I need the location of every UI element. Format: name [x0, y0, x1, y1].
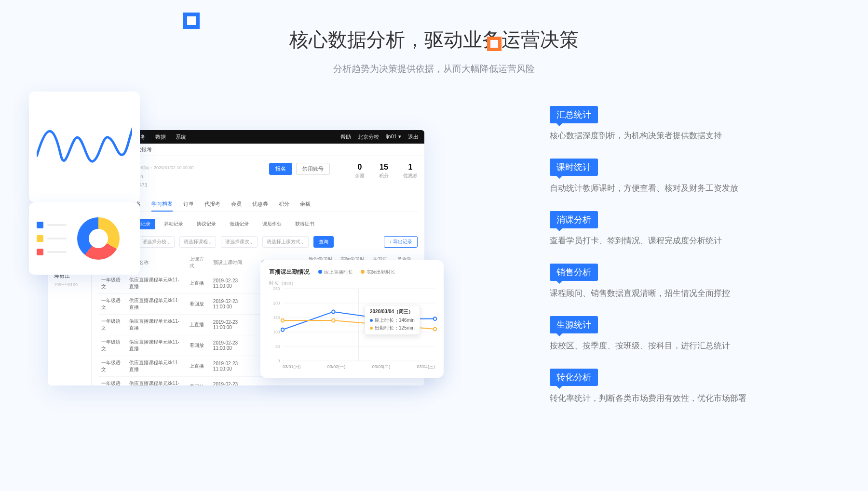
hero-title: 核心数据分析，驱动业务运营决策	[289, 27, 579, 53]
nav-item[interactable]: 数据	[155, 133, 166, 141]
feature-desc: 核心数据深度剖析，为机构决策者提供数据支持	[550, 130, 805, 141]
x-tick: 03/03(二)	[372, 364, 391, 370]
donut-chart-icon	[77, 217, 120, 260]
subtab-item[interactable]: 异动记录	[159, 219, 188, 229]
legend-swatch-yellow	[37, 235, 43, 242]
query-button[interactable]: 查询	[313, 236, 334, 248]
svg-point-18	[332, 319, 335, 322]
tab-item[interactable]: 会员	[231, 198, 242, 212]
legend-swatch-blue	[37, 222, 43, 228]
tab-item[interactable]: 积分	[279, 198, 289, 212]
filter-class[interactable]: 请选择课程	[179, 236, 216, 248]
line-chart: 050100150200250 2020/03/04（周三） 应上时长：146m…	[283, 289, 435, 361]
svg-text:150: 150	[273, 315, 280, 320]
svg-text:100: 100	[273, 330, 280, 334]
x-tick: 03/04(三)	[417, 364, 435, 370]
legend-swatch-red	[37, 249, 43, 255]
export-button[interactable]: ↓ 导出记录	[384, 236, 418, 248]
nav-item[interactable]: 系统	[176, 133, 186, 141]
svg-text:0: 0	[278, 358, 280, 363]
attendance-chart-card: 直播课出勤情况 应上直播时长实际出勤时长 时长（min） 05010015020…	[260, 260, 444, 378]
hero: 核心数据分析，驱动业务运营决策 分析趋势为决策提供依据，从而大幅降低运营风险	[0, 0, 868, 75]
tab-item[interactable]: 余额	[300, 198, 311, 212]
x-axis-labels: 03/01(日)03/02(一)03/03(二)03/04(三)	[283, 364, 435, 370]
svg-point-13	[281, 328, 285, 332]
legend-item: 实际出勤时长	[361, 269, 395, 276]
svg-point-16	[434, 317, 437, 320]
feature-tag: 生源统计	[550, 316, 598, 333]
detail-tabs: 咨询记录报名学习档案订单代报考会员优惠券积分余额	[98, 198, 418, 212]
svg-text:200: 200	[273, 301, 280, 305]
feature-desc: 转化率统计，判断各类市场费用有效性，优化市场部署	[550, 393, 805, 404]
svg-text:250: 250	[273, 286, 280, 291]
feature-item: 销售分析 课程顾问、销售数据直观清晰，招生情况全面撑控	[550, 264, 805, 299]
record-subtabs: 学习概况上课记录异动记录协议记录做题记录课后作业获得证书	[98, 219, 418, 229]
chart-tooltip: 2020/03/04（周三） 应上时长：146min 出勤时长：125min	[365, 305, 420, 335]
stat-item: 0余额	[355, 163, 365, 179]
legend-item: 应上直播时长	[318, 269, 353, 276]
feature-item: 课时统计 自动统计教师课时，方便查看、核对及财务工资发放	[550, 159, 805, 194]
feature-tag: 销售分析	[550, 264, 598, 281]
stat-item: 1优惠券	[403, 163, 418, 179]
tab-item[interactable]: 优惠券	[252, 198, 268, 212]
filter-lesson[interactable]: 请选择课次	[221, 236, 258, 248]
tab-item[interactable]: 代报考	[204, 198, 220, 212]
x-tick: 03/02(一)	[327, 364, 346, 370]
feature-desc: 自动统计教师课时，方便查看、核对及财务工资发放	[550, 183, 805, 194]
feature-desc: 课程顾问、销售数据直观清晰，招生情况全面撑控	[550, 288, 805, 299]
stat-item: 15积分	[379, 163, 389, 179]
feature-item: 生源统计 按校区、按季度、按班级、按科目，进行汇总统计	[550, 316, 805, 351]
pie-card	[29, 202, 140, 275]
tab-item[interactable]: 学习档案	[151, 198, 173, 212]
subtab-item[interactable]: 获得证书	[290, 219, 319, 229]
filter-bar: 直播 请选择分校 请选择课程 请选择课次 请选择上课方式 查询 ↓ 导出记录	[98, 236, 418, 248]
decor-orange-square	[487, 37, 502, 51]
svg-text:50: 50	[275, 344, 280, 349]
svg-point-17	[281, 319, 285, 322]
subtab-item[interactable]: 做题记录	[225, 219, 254, 229]
filter-school[interactable]: 请选择分校	[138, 236, 175, 248]
feature-item: 消课分析 查看学员打卡、签到情况、课程完成度分析统计	[550, 211, 805, 246]
feature-desc: 按校区、按季度、按班级、按科目，进行汇总统计	[550, 340, 805, 351]
table-row[interactable]: 一年级语文供应直播课程单元kk11-直播看回放2019-02-23 11:00:…	[98, 377, 418, 386]
enroll-button[interactable]: 报名	[269, 163, 292, 175]
column-header: 上课方式	[187, 252, 210, 273]
screenshot-composite: 教学运营题库资源财务数据系统 帮助 北京分校 ljn01 ▾ 退出 管理班级管理…	[48, 130, 424, 385]
user-stats: 0余额15积分1优惠券	[355, 163, 418, 179]
pie-legend	[37, 222, 67, 255]
ban-button[interactable]: 禁用账号	[296, 163, 330, 175]
school-selector[interactable]: 北京分校	[358, 133, 379, 141]
chart-title: 直播课出勤情况	[269, 268, 310, 276]
y-axis-label: 时长（min）	[269, 280, 435, 287]
chart-legend: 应上直播时长实际出勤时长	[318, 269, 395, 276]
logout-link[interactable]: 退出	[408, 133, 419, 141]
svg-point-20	[434, 328, 437, 331]
feature-item: 汇总统计 核心数据深度剖析，为机构决策者提供数据支持	[550, 106, 805, 141]
subtab-item[interactable]: 协议记录	[192, 219, 221, 229]
tab-item[interactable]: 订单	[183, 198, 194, 212]
feature-tag: 消课分析	[550, 211, 598, 228]
user-menu[interactable]: ljn01 ▾	[386, 133, 401, 141]
feature-tag: 汇总统计	[550, 106, 598, 123]
feature-tag: 课时统计	[550, 159, 598, 176]
feature-tag: 转化分析	[550, 369, 598, 386]
filter-method[interactable]: 请选择上课方式	[262, 236, 309, 248]
wave-chart-icon	[37, 100, 132, 194]
sparkline-card	[29, 92, 140, 202]
svg-point-14	[332, 310, 335, 314]
feature-desc: 查看学员打卡、签到情况、课程完成度分析统计	[550, 235, 805, 246]
feature-list: 汇总统计 核心数据深度剖析，为机构决策者提供数据支持 课时统计 自动统计教师课时…	[550, 106, 805, 421]
subtab-item[interactable]: 课后作业	[258, 219, 286, 229]
x-tick: 03/01(日)	[283, 364, 301, 370]
feature-item: 转化分析 转化率统计，判断各类市场费用有效性，优化市场部署	[550, 369, 805, 404]
decor-blue-square	[183, 13, 200, 29]
hero-subtitle: 分析趋势为决策提供依据，从而大幅降低运营风险	[0, 63, 868, 75]
help-link[interactable]: 帮助	[340, 133, 351, 141]
column-header: 预设上课时间	[210, 252, 258, 273]
